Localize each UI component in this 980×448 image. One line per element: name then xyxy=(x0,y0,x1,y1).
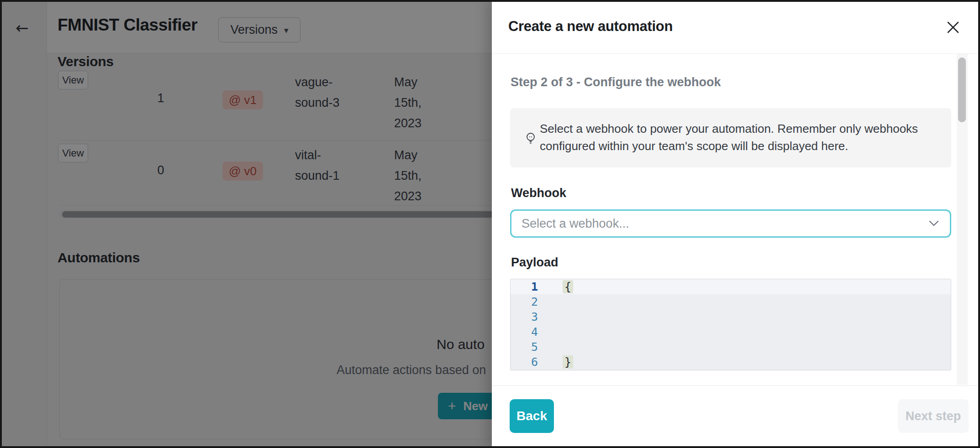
line-number: 2 xyxy=(511,295,543,308)
webhook-field-label: Webhook xyxy=(511,186,566,200)
line-number: 5 xyxy=(511,340,543,354)
editor-line: 4 xyxy=(511,324,951,339)
back-button[interactable]: Back xyxy=(510,399,554,433)
next-step-button[interactable]: Next step xyxy=(898,399,969,433)
webhook-select[interactable]: Select a webhook... xyxy=(510,209,951,238)
editor-line: 1 { xyxy=(511,279,951,294)
info-callout: Select a webhook to power your automatio… xyxy=(510,108,951,167)
modal-scrollbar-thumb[interactable] xyxy=(958,57,966,122)
open-brace-token: { xyxy=(563,280,573,293)
close-brace-token: } xyxy=(563,355,573,369)
line-number: 6 xyxy=(511,355,543,369)
modal-title: Create a new automation xyxy=(508,18,673,35)
line-number: 4 xyxy=(511,325,543,339)
modal-header-divider xyxy=(492,53,980,54)
editor-line: 5 xyxy=(511,339,951,354)
create-automation-modal: Create a new automation Step 2 of 3 - Co… xyxy=(492,0,980,448)
webhook-select-placeholder: Select a webhook... xyxy=(522,217,929,231)
editor-line: 6 } xyxy=(511,354,951,370)
info-text-line: Select a webhook to power your automatio… xyxy=(540,120,918,137)
info-text-line: configured within your team's scope will… xyxy=(540,137,918,155)
line-number: 1 xyxy=(511,280,543,293)
editor-line: 3 xyxy=(511,309,951,324)
chevron-down-icon xyxy=(929,220,939,227)
editor-line: 2 xyxy=(511,294,951,309)
close-button[interactable] xyxy=(946,20,960,35)
app-window: ← FMNIST Classifier Versions ▾ Versions … xyxy=(0,0,980,448)
line-number: 3 xyxy=(511,310,543,323)
payload-code-editor[interactable]: 1 { 2 3 4 5 6 } xyxy=(510,279,951,370)
lightbulb-icon xyxy=(525,132,536,145)
close-icon xyxy=(946,20,960,35)
info-text: Select a webhook to power your automatio… xyxy=(540,120,918,155)
step-heading: Step 2 of 3 - Configure the webhook xyxy=(511,75,721,89)
payload-field-label: Payload xyxy=(511,255,558,270)
